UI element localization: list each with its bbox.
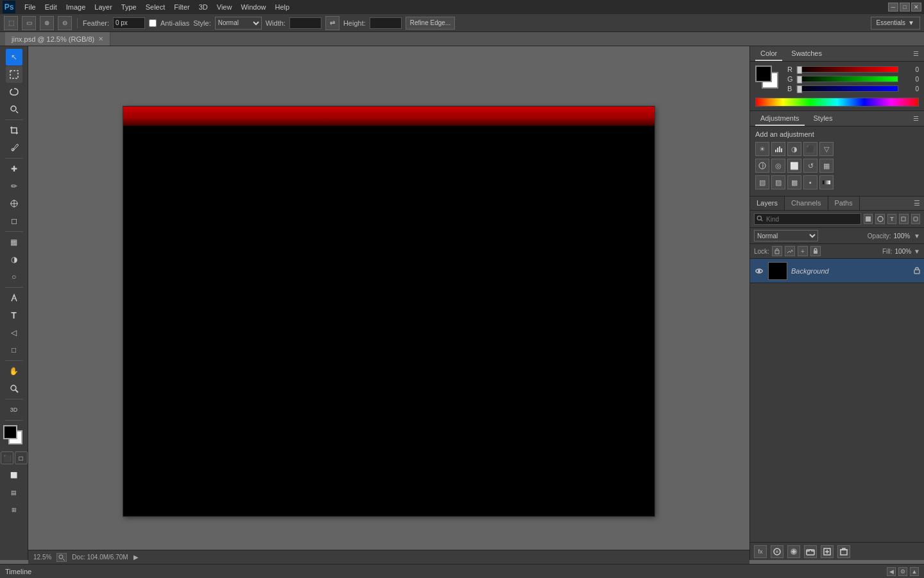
marquee-options-icon[interactable]: ⬚ — [4, 16, 18, 30]
lock-position-button[interactable]: + — [798, 246, 808, 256]
layers-search-input[interactable] — [754, 213, 861, 225]
3d-tool-button[interactable]: 3D — [6, 401, 22, 418]
maximize-button[interactable]: □ — [900, 3, 910, 12]
filter-kind-adj-button[interactable] — [875, 214, 884, 224]
menu-view[interactable]: View — [213, 2, 236, 12]
hue-sat-icon[interactable] — [755, 159, 769, 173]
opacity-value[interactable]: 100% — [894, 232, 911, 240]
b-slider[interactable] — [796, 85, 898, 92]
screen-mode-2-button[interactable]: □ — [15, 451, 28, 464]
marquee-subtract-icon[interactable]: ⊖ — [58, 16, 72, 30]
hand-tool-button[interactable]: ✋ — [6, 363, 22, 380]
filter-kind-pixel-button[interactable] — [864, 214, 873, 224]
fill-value[interactable]: 100% — [895, 248, 912, 255]
posterize-icon[interactable]: ▩ — [787, 175, 801, 189]
width-input[interactable] — [289, 17, 321, 29]
menu-select[interactable]: Select — [142, 2, 169, 12]
menu-window[interactable]: Window — [237, 2, 270, 12]
timeline-collapse-button[interactable]: ◀ — [887, 567, 896, 576]
height-input[interactable] — [370, 17, 402, 29]
path-select-tool-button[interactable]: ◁ — [6, 324, 22, 341]
screen-mode-icon[interactable]: ▤ — [6, 484, 22, 501]
refine-edge-button[interactable]: Refine Edge... — [406, 17, 455, 30]
menu-image[interactable]: Image — [62, 2, 90, 12]
menu-3d[interactable]: 3D — [195, 2, 212, 12]
crop-tool-button[interactable] — [6, 122, 22, 139]
menu-help[interactable]: Help — [271, 2, 294, 12]
layer-adjustment-button[interactable] — [787, 545, 800, 558]
adjustments-panel-menu-button[interactable]: ☰ — [913, 115, 919, 122]
bw-icon[interactable]: ⬜ — [787, 159, 801, 173]
shape-tool-button[interactable]: □ — [6, 342, 22, 358]
gradient-tool-button[interactable]: ▦ — [6, 234, 22, 250]
swap-icon[interactable]: ⇄ — [325, 16, 339, 30]
blur-tool-button[interactable]: ◑ — [6, 251, 22, 268]
pen-tool-button[interactable] — [6, 290, 22, 306]
vibrance-icon[interactable]: ▽ — [819, 142, 834, 156]
blend-mode-select[interactable]: Normal Multiply Screen — [754, 230, 818, 241]
marquee-add-icon[interactable]: ⊕ — [40, 16, 54, 30]
gradient-map-icon[interactable] — [819, 175, 834, 189]
clone-tool-button[interactable] — [6, 195, 22, 212]
g-slider[interactable] — [796, 76, 898, 82]
layer-background[interactable]: Background — [750, 259, 924, 283]
lasso-tool-button[interactable] — [6, 83, 22, 100]
color-panel-menu-button[interactable]: ☰ — [913, 50, 919, 57]
quick-mask-button[interactable]: ⬜ — [6, 467, 22, 484]
menu-edit[interactable]: Edit — [41, 2, 61, 12]
invert-icon[interactable]: ▨ — [771, 175, 785, 189]
b-slider-thumb[interactable] — [797, 85, 802, 93]
layer-group-button[interactable] — [804, 545, 817, 558]
layers-tab[interactable]: Layers — [750, 197, 785, 210]
marquee-tool-button[interactable] — [6, 66, 22, 83]
status-arrow-button[interactable]: ▶ — [133, 554, 139, 561]
layers-panel-menu-button[interactable]: ☰ — [910, 197, 924, 210]
artboard-tool-button[interactable]: ⊞ — [6, 502, 22, 518]
menu-layer[interactable]: Layer — [90, 2, 116, 12]
new-layer-button[interactable] — [821, 545, 834, 558]
filter-kind-shape-button[interactable] — [899, 214, 908, 224]
threshold-icon[interactable]: ▪ — [803, 175, 817, 189]
fill-arrow-icon[interactable]: ▼ — [914, 248, 920, 255]
menu-file[interactable]: File — [21, 2, 40, 12]
exposure-icon[interactable]: ⬛ — [803, 142, 817, 156]
zoom-tool-button[interactable] — [6, 380, 22, 397]
color-lookup-icon[interactable]: ▧ — [755, 175, 769, 189]
styles-tab[interactable]: Styles — [809, 112, 838, 126]
eraser-tool-button[interactable]: ◻ — [6, 213, 22, 229]
minimize-button[interactable]: ─ — [888, 3, 898, 12]
brightness-contrast-icon[interactable]: ☀ — [755, 142, 769, 156]
color-swatches[interactable] — [3, 425, 25, 447]
photo-filter-icon[interactable]: ↺ — [803, 159, 817, 173]
move-tool-button[interactable]: ↖ — [6, 49, 22, 66]
filter-kind-type-button[interactable]: T — [887, 214, 896, 224]
adjustments-tab[interactable]: Adjustments — [755, 112, 805, 126]
document-tab-close[interactable]: ✕ — [98, 35, 103, 42]
color-spectrum[interactable] — [755, 98, 919, 107]
lock-all-button[interactable] — [810, 246, 821, 256]
timeline-settings-button[interactable]: ⚙ — [898, 567, 907, 576]
delete-layer-button[interactable] — [837, 545, 850, 558]
r-slider[interactable] — [796, 66, 898, 73]
foreground-color-swatch[interactable] — [3, 425, 17, 439]
layer-style-button[interactable]: fx — [754, 545, 767, 558]
color-swatch-area[interactable] — [755, 66, 783, 94]
r-slider-thumb[interactable] — [797, 66, 802, 74]
style-select[interactable]: Normal Fixed Ratio Fixed Size — [215, 17, 262, 30]
anti-alias-checkbox[interactable] — [149, 19, 157, 27]
lock-pixels-button[interactable] — [772, 246, 782, 256]
color-tab[interactable]: Color — [755, 47, 782, 61]
color-balance-icon[interactable]: ◎ — [771, 159, 785, 173]
zoom-status-button[interactable] — [56, 553, 67, 562]
curves-icon[interactable]: ◑ — [787, 142, 801, 156]
layer-visibility-toggle[interactable] — [754, 266, 764, 276]
essentials-dropdown[interactable]: Essentials ▼ — [871, 17, 920, 30]
menu-type[interactable]: Type — [117, 2, 141, 12]
close-button[interactable]: ✕ — [911, 3, 921, 12]
text-tool-button[interactable]: T — [6, 307, 22, 324]
paths-tab[interactable]: Paths — [828, 197, 860, 210]
timeline-expand-button[interactable]: ▲ — [910, 567, 919, 576]
dodge-tool-button[interactable]: ○ — [6, 268, 22, 285]
marquee-single-row-icon[interactable]: ▭ — [22, 16, 36, 30]
layer-mask-button[interactable] — [771, 545, 783, 558]
